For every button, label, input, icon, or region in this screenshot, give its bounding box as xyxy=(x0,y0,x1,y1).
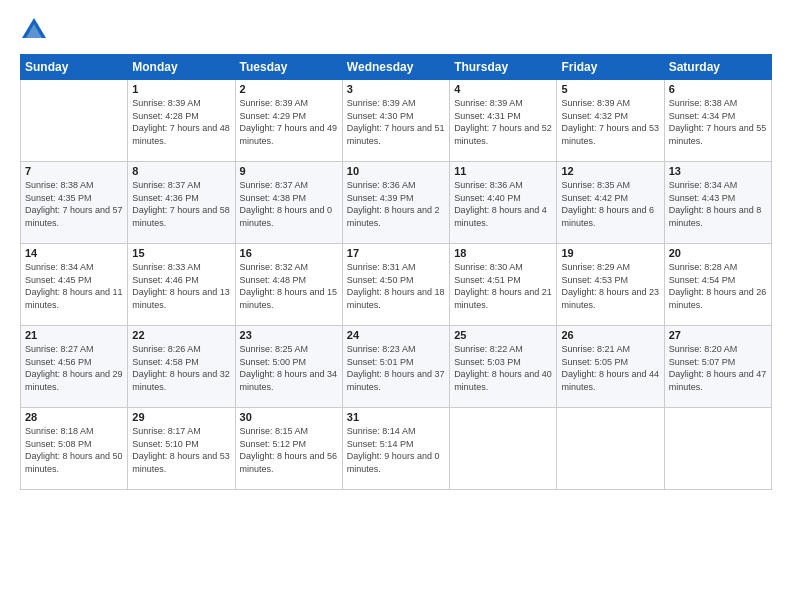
sunrise-text: Sunrise: 8:34 AM xyxy=(669,179,767,192)
sunrise-text: Sunrise: 8:15 AM xyxy=(240,425,338,438)
sunset-text: Sunset: 4:36 PM xyxy=(132,192,230,205)
day-cell: 20Sunrise: 8:28 AMSunset: 4:54 PMDayligh… xyxy=(664,244,771,326)
daylight-text: Daylight: 7 hours and 53 minutes. xyxy=(561,122,659,147)
day-cell: 21Sunrise: 8:27 AMSunset: 4:56 PMDayligh… xyxy=(21,326,128,408)
sunset-text: Sunset: 4:53 PM xyxy=(561,274,659,287)
day-cell xyxy=(557,408,664,490)
sunset-text: Sunset: 4:42 PM xyxy=(561,192,659,205)
sunrise-text: Sunrise: 8:14 AM xyxy=(347,425,445,438)
day-number: 8 xyxy=(132,165,230,177)
sunset-text: Sunset: 4:35 PM xyxy=(25,192,123,205)
daylight-text: Daylight: 7 hours and 51 minutes. xyxy=(347,122,445,147)
day-cell: 18Sunrise: 8:30 AMSunset: 4:51 PMDayligh… xyxy=(450,244,557,326)
day-cell: 17Sunrise: 8:31 AMSunset: 4:50 PMDayligh… xyxy=(342,244,449,326)
day-number: 7 xyxy=(25,165,123,177)
sunrise-text: Sunrise: 8:25 AM xyxy=(240,343,338,356)
day-number: 27 xyxy=(669,329,767,341)
daylight-text: Daylight: 8 hours and 8 minutes. xyxy=(669,204,767,229)
day-info: Sunrise: 8:34 AMSunset: 4:45 PMDaylight:… xyxy=(25,261,123,311)
daylight-text: Daylight: 8 hours and 44 minutes. xyxy=(561,368,659,393)
daylight-text: Daylight: 8 hours and 40 minutes. xyxy=(454,368,552,393)
day-info: Sunrise: 8:39 AMSunset: 4:31 PMDaylight:… xyxy=(454,97,552,147)
header-cell-monday: Monday xyxy=(128,55,235,80)
sunrise-text: Sunrise: 8:34 AM xyxy=(25,261,123,274)
day-info: Sunrise: 8:33 AMSunset: 4:46 PMDaylight:… xyxy=(132,261,230,311)
week-row-4: 28Sunrise: 8:18 AMSunset: 5:08 PMDayligh… xyxy=(21,408,772,490)
sunset-text: Sunset: 4:58 PM xyxy=(132,356,230,369)
day-number: 28 xyxy=(25,411,123,423)
day-info: Sunrise: 8:20 AMSunset: 5:07 PMDaylight:… xyxy=(669,343,767,393)
day-cell: 30Sunrise: 8:15 AMSunset: 5:12 PMDayligh… xyxy=(235,408,342,490)
week-row-2: 14Sunrise: 8:34 AMSunset: 4:45 PMDayligh… xyxy=(21,244,772,326)
day-cell: 2Sunrise: 8:39 AMSunset: 4:29 PMDaylight… xyxy=(235,80,342,162)
day-cell: 6Sunrise: 8:38 AMSunset: 4:34 PMDaylight… xyxy=(664,80,771,162)
day-cell: 25Sunrise: 8:22 AMSunset: 5:03 PMDayligh… xyxy=(450,326,557,408)
daylight-text: Daylight: 8 hours and 21 minutes. xyxy=(454,286,552,311)
day-cell: 24Sunrise: 8:23 AMSunset: 5:01 PMDayligh… xyxy=(342,326,449,408)
day-cell: 31Sunrise: 8:14 AMSunset: 5:14 PMDayligh… xyxy=(342,408,449,490)
daylight-text: Daylight: 8 hours and 50 minutes. xyxy=(25,450,123,475)
day-info: Sunrise: 8:38 AMSunset: 4:35 PMDaylight:… xyxy=(25,179,123,229)
day-info: Sunrise: 8:39 AMSunset: 4:30 PMDaylight:… xyxy=(347,97,445,147)
daylight-text: Daylight: 8 hours and 11 minutes. xyxy=(25,286,123,311)
day-info: Sunrise: 8:29 AMSunset: 4:53 PMDaylight:… xyxy=(561,261,659,311)
day-number: 31 xyxy=(347,411,445,423)
daylight-text: Daylight: 7 hours and 49 minutes. xyxy=(240,122,338,147)
daylight-text: Daylight: 7 hours and 57 minutes. xyxy=(25,204,123,229)
week-row-1: 7Sunrise: 8:38 AMSunset: 4:35 PMDaylight… xyxy=(21,162,772,244)
day-info: Sunrise: 8:17 AMSunset: 5:10 PMDaylight:… xyxy=(132,425,230,475)
sunset-text: Sunset: 4:43 PM xyxy=(669,192,767,205)
sunset-text: Sunset: 4:45 PM xyxy=(25,274,123,287)
sunrise-text: Sunrise: 8:17 AM xyxy=(132,425,230,438)
daylight-text: Daylight: 8 hours and 34 minutes. xyxy=(240,368,338,393)
sunset-text: Sunset: 4:40 PM xyxy=(454,192,552,205)
day-number: 22 xyxy=(132,329,230,341)
daylight-text: Daylight: 9 hours and 0 minutes. xyxy=(347,450,445,475)
day-cell: 10Sunrise: 8:36 AMSunset: 4:39 PMDayligh… xyxy=(342,162,449,244)
day-cell: 1Sunrise: 8:39 AMSunset: 4:28 PMDaylight… xyxy=(128,80,235,162)
sunrise-text: Sunrise: 8:39 AM xyxy=(347,97,445,110)
day-info: Sunrise: 8:15 AMSunset: 5:12 PMDaylight:… xyxy=(240,425,338,475)
sunset-text: Sunset: 4:46 PM xyxy=(132,274,230,287)
day-info: Sunrise: 8:37 AMSunset: 4:36 PMDaylight:… xyxy=(132,179,230,229)
day-number: 14 xyxy=(25,247,123,259)
header-cell-sunday: Sunday xyxy=(21,55,128,80)
sunset-text: Sunset: 4:30 PM xyxy=(347,110,445,123)
sunset-text: Sunset: 4:56 PM xyxy=(25,356,123,369)
day-cell: 16Sunrise: 8:32 AMSunset: 4:48 PMDayligh… xyxy=(235,244,342,326)
sunrise-text: Sunrise: 8:18 AM xyxy=(25,425,123,438)
day-cell: 3Sunrise: 8:39 AMSunset: 4:30 PMDaylight… xyxy=(342,80,449,162)
sunrise-text: Sunrise: 8:26 AM xyxy=(132,343,230,356)
day-number: 18 xyxy=(454,247,552,259)
sunset-text: Sunset: 4:48 PM xyxy=(240,274,338,287)
day-number: 4 xyxy=(454,83,552,95)
sunset-text: Sunset: 4:32 PM xyxy=(561,110,659,123)
sunset-text: Sunset: 4:38 PM xyxy=(240,192,338,205)
header-cell-saturday: Saturday xyxy=(664,55,771,80)
calendar-table: SundayMondayTuesdayWednesdayThursdayFrid… xyxy=(20,54,772,490)
daylight-text: Daylight: 7 hours and 48 minutes. xyxy=(132,122,230,147)
day-cell: 12Sunrise: 8:35 AMSunset: 4:42 PMDayligh… xyxy=(557,162,664,244)
week-row-3: 21Sunrise: 8:27 AMSunset: 4:56 PMDayligh… xyxy=(21,326,772,408)
day-info: Sunrise: 8:34 AMSunset: 4:43 PMDaylight:… xyxy=(669,179,767,229)
sunrise-text: Sunrise: 8:39 AM xyxy=(561,97,659,110)
day-number: 5 xyxy=(561,83,659,95)
sunset-text: Sunset: 4:51 PM xyxy=(454,274,552,287)
day-info: Sunrise: 8:38 AMSunset: 4:34 PMDaylight:… xyxy=(669,97,767,147)
daylight-text: Daylight: 8 hours and 2 minutes. xyxy=(347,204,445,229)
sunset-text: Sunset: 4:39 PM xyxy=(347,192,445,205)
header-cell-tuesday: Tuesday xyxy=(235,55,342,80)
daylight-text: Daylight: 7 hours and 58 minutes. xyxy=(132,204,230,229)
day-cell xyxy=(21,80,128,162)
daylight-text: Daylight: 8 hours and 18 minutes. xyxy=(347,286,445,311)
logo xyxy=(20,16,52,44)
day-number: 20 xyxy=(669,247,767,259)
day-cell: 8Sunrise: 8:37 AMSunset: 4:36 PMDaylight… xyxy=(128,162,235,244)
day-info: Sunrise: 8:27 AMSunset: 4:56 PMDaylight:… xyxy=(25,343,123,393)
day-info: Sunrise: 8:23 AMSunset: 5:01 PMDaylight:… xyxy=(347,343,445,393)
day-info: Sunrise: 8:39 AMSunset: 4:29 PMDaylight:… xyxy=(240,97,338,147)
sunrise-text: Sunrise: 8:20 AM xyxy=(669,343,767,356)
sunrise-text: Sunrise: 8:28 AM xyxy=(669,261,767,274)
sunset-text: Sunset: 5:01 PM xyxy=(347,356,445,369)
day-number: 19 xyxy=(561,247,659,259)
